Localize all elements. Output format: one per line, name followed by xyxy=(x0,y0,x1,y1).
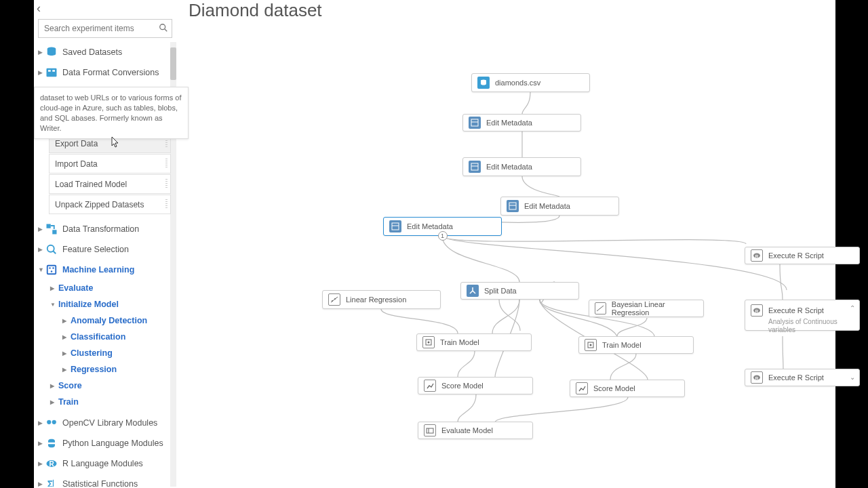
evaluate-icon xyxy=(424,424,436,436)
train-icon xyxy=(585,339,597,351)
opencv-icon xyxy=(45,416,58,430)
node-bayesian-lr[interactable]: Bayesian Linear Regression xyxy=(589,300,704,317)
cat-r-lang[interactable]: ▶ R R Language Modules xyxy=(34,453,176,474)
svg-point-40 xyxy=(590,344,592,346)
experiment-canvas[interactable]: diamonds.csv Edit Metadata Edit Metadata… xyxy=(176,19,835,488)
cat-label: R Language Modules xyxy=(62,459,143,468)
node-r-script-2[interactable]: R Execute R Script Analysis of Continuou… xyxy=(745,300,860,331)
module-import-data[interactable]: Import Data xyxy=(49,154,171,174)
svg-rect-10 xyxy=(47,266,56,274)
chevron-down-icon: ▼ xyxy=(38,266,45,273)
cat-saved-datasets[interactable]: ▶ Saved Datasets xyxy=(34,42,176,62)
chevron-right-icon: ▶ xyxy=(62,350,71,357)
search-box[interactable] xyxy=(38,19,172,38)
cat-label: Feature Selection xyxy=(62,245,129,254)
node-r-script-3[interactable]: R Execute R Script ⌄ xyxy=(745,369,860,386)
node-label: Execute R Script xyxy=(768,306,824,314)
svg-line-9 xyxy=(54,251,56,254)
subcat-score[interactable]: ▶ Score xyxy=(34,378,176,394)
cat-label: Data Format Conversions xyxy=(62,68,159,77)
chevron-right-icon: ▶ xyxy=(38,440,45,447)
node-label: Score Model xyxy=(441,382,484,390)
node-edit-metadata-4[interactable]: Edit Metadata 1 xyxy=(383,217,502,236)
svg-point-11 xyxy=(49,267,51,269)
cat-opencv[interactable]: ▶ OpenCV Library Modules xyxy=(34,413,176,433)
chevron-right-icon: ▶ xyxy=(62,334,71,340)
chevron-down-icon[interactable]: ⌄ xyxy=(850,373,855,381)
svg-rect-6 xyxy=(47,224,51,228)
module-label: Load Trained Model xyxy=(55,180,127,189)
chevron-right-icon: ▶ xyxy=(38,69,45,76)
node-train-model-1[interactable]: Train Model xyxy=(416,333,532,351)
cat-label: Data Transformation xyxy=(62,224,139,234)
svg-line-32 xyxy=(597,306,604,311)
r-icon: R xyxy=(751,371,763,384)
r-icon: R xyxy=(751,249,763,262)
cat-data-transformation[interactable]: ▶ Data Transformation xyxy=(34,219,176,239)
module-unpack-zipped[interactable]: Unpack Zipped Datasets xyxy=(49,195,171,214)
node-score-model-2[interactable]: Score Model xyxy=(570,380,685,397)
subsubcat-classification[interactable]: ▶ Classification xyxy=(34,329,176,345)
output-port-badge[interactable]: 1 xyxy=(438,231,448,241)
chevron-right-icon: ▶ xyxy=(38,226,45,232)
r-icon: R xyxy=(45,457,58,470)
chevron-right-icon: ▶ xyxy=(62,367,71,373)
svg-rect-21 xyxy=(471,119,478,126)
subcat-evaluate[interactable]: ▶ Evaluate xyxy=(34,280,176,296)
subcat-label: Initialize Model xyxy=(58,300,119,309)
drag-grip-icon xyxy=(165,199,167,209)
module-label: Unpack Zipped Datasets xyxy=(55,200,144,209)
node-edit-metadata-3[interactable]: Edit Metadata xyxy=(500,197,619,216)
svg-text:R: R xyxy=(755,254,759,258)
node-label: Train Model xyxy=(602,341,642,349)
subcat-train[interactable]: ▶ Train xyxy=(34,394,176,410)
cat-data-format[interactable]: ▶ Data Format Conversions xyxy=(34,62,176,83)
node-train-model-2[interactable]: Train Model xyxy=(578,336,694,354)
cat-statistical[interactable]: ▶ Σ Statistical Functions xyxy=(34,474,176,487)
node-score-model-1[interactable]: Score Model xyxy=(418,377,533,394)
chevron-right-icon: ▶ xyxy=(50,383,58,389)
metadata-icon xyxy=(389,220,401,232)
subsubcat-clustering[interactable]: ▶ Clustering xyxy=(34,345,176,361)
svg-rect-23 xyxy=(471,163,478,170)
cat-feature-selection[interactable]: ▶ Feature Selection xyxy=(34,239,176,260)
subsubcat-regression[interactable]: ▶ Regression xyxy=(34,361,176,378)
chevron-up-icon[interactable]: ⌃ xyxy=(850,304,855,312)
cat-machine-learning[interactable]: ▼ Machine Learning xyxy=(34,260,176,280)
node-label: Split Data xyxy=(484,287,517,295)
node-edit-metadata-1[interactable]: Edit Metadata xyxy=(462,114,581,131)
module-load-trained-model[interactable]: Load Trained Model xyxy=(49,174,171,194)
svg-point-31 xyxy=(334,298,336,300)
svg-text:R: R xyxy=(755,376,759,380)
node-edit-metadata-2[interactable]: Edit Metadata xyxy=(462,157,581,176)
svg-rect-5 xyxy=(52,70,55,72)
node-linear-regression[interactable]: Linear Regression xyxy=(322,290,441,309)
subsubcat-label: Anomaly Detection xyxy=(71,316,147,325)
score-icon xyxy=(424,380,436,392)
chevron-right-icon: ▶ xyxy=(62,318,71,324)
subcat-initialize-model[interactable]: ▼ Initialize Model xyxy=(34,296,176,312)
subcat-label: Evaluate xyxy=(58,283,93,293)
search-input[interactable] xyxy=(39,24,155,33)
node-label: Execute R Script xyxy=(768,251,824,260)
chevron-right-icon: ▶ xyxy=(38,481,45,487)
ml-icon xyxy=(45,263,58,277)
node-label: Train Model xyxy=(440,338,479,346)
search-icon[interactable] xyxy=(155,23,172,35)
transform-icon xyxy=(45,222,58,236)
subsubcat-anomaly[interactable]: ▶ Anomaly Detection xyxy=(34,312,176,329)
chevron-right-icon: ▶ xyxy=(38,246,45,253)
svg-rect-27 xyxy=(392,223,399,230)
chevron-right-icon: ▶ xyxy=(38,420,45,426)
score-icon xyxy=(576,382,588,394)
node-dataset[interactable]: diamonds.csv xyxy=(471,73,590,92)
back-button[interactable]: ‹ xyxy=(37,1,41,16)
svg-point-15 xyxy=(52,420,56,424)
node-evaluate-model[interactable]: Evaluate Model xyxy=(418,422,533,439)
node-split-data[interactable]: Split Data xyxy=(460,282,579,300)
cat-python[interactable]: ▶ Python Language Modules xyxy=(34,433,176,453)
cat-label: OpenCV Library Modules xyxy=(62,418,157,428)
train-icon xyxy=(422,336,435,348)
node-r-script-1[interactable]: R Execute R Script xyxy=(745,247,860,264)
svg-rect-25 xyxy=(509,203,516,209)
